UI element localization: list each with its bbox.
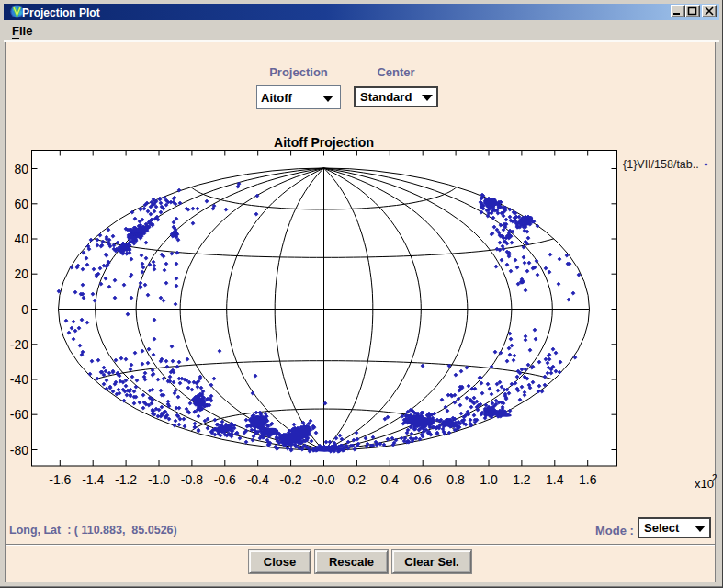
svg-text:-0.4: -0.4 bbox=[247, 472, 269, 487]
svg-text:0.6: 0.6 bbox=[413, 472, 432, 487]
svg-text:-40: -40 bbox=[10, 372, 28, 387]
svg-text:Aitoff Projection: Aitoff Projection bbox=[274, 135, 374, 150]
svg-text:-1.4: -1.4 bbox=[82, 472, 104, 487]
svg-text:80: 80 bbox=[14, 162, 28, 176]
svg-text:0.8: 0.8 bbox=[446, 472, 465, 487]
svg-text:-0.6: -0.6 bbox=[214, 472, 236, 487]
svg-text:-0.8: -0.8 bbox=[181, 472, 203, 487]
svg-text:1.6: 1.6 bbox=[579, 472, 597, 487]
svg-text:-1.0: -1.0 bbox=[148, 472, 170, 487]
svg-text:-60: -60 bbox=[10, 407, 28, 422]
svg-text:x10: x10 bbox=[695, 477, 714, 491]
svg-text:-1.6: -1.6 bbox=[49, 472, 71, 487]
svg-text:1.2: 1.2 bbox=[513, 472, 531, 487]
svg-text:1.4: 1.4 bbox=[546, 472, 564, 487]
svg-text:20: 20 bbox=[14, 266, 28, 281]
svg-text:-0.0: -0.0 bbox=[312, 472, 334, 487]
svg-text:0.4: 0.4 bbox=[381, 472, 400, 487]
svg-text:{1}VII/158/tab..: {1}VII/158/tab.. bbox=[623, 158, 699, 171]
svg-text:-80: -80 bbox=[10, 443, 28, 458]
svg-text:40: 40 bbox=[14, 232, 28, 246]
svg-text:-1.2: -1.2 bbox=[115, 472, 137, 487]
svg-text:1.0: 1.0 bbox=[480, 472, 498, 487]
svg-text:2: 2 bbox=[712, 473, 717, 483]
svg-text:0: 0 bbox=[21, 302, 28, 317]
svg-text:60: 60 bbox=[14, 197, 28, 211]
svg-text:0.2: 0.2 bbox=[348, 472, 367, 487]
svg-text:-20: -20 bbox=[10, 337, 28, 352]
svg-text:-0.2: -0.2 bbox=[280, 472, 302, 487]
